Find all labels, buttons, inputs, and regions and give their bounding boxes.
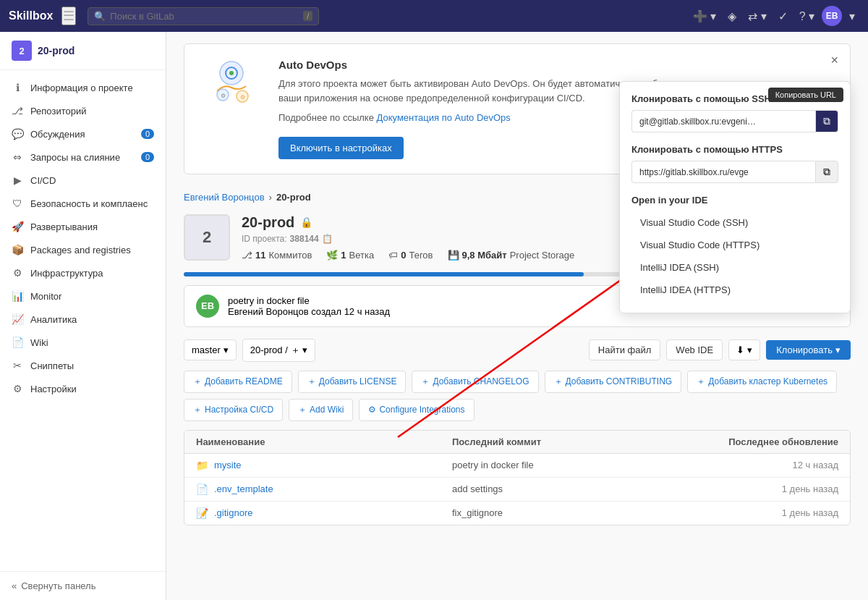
tags-stat: 🏷 0 Тегов — [388, 250, 433, 261]
sidebar-item-info-label: Информация о проекте — [30, 83, 133, 93]
sidebar-item-repo[interactable]: ⎇ Репозиторий — [0, 99, 166, 122]
web-ide-button[interactable]: Web IDE — [666, 339, 723, 360]
breadcrumb-user[interactable]: Евгений Воронцов — [184, 192, 265, 203]
https-url-input[interactable] — [631, 161, 815, 183]
download-button[interactable]: ⬇ ▾ — [728, 339, 760, 360]
search-kbd: / — [303, 11, 312, 21]
ide-option-intellij-https[interactable]: IntelliJ IDEA (HTTPS) — [631, 279, 838, 301]
sidebar-item-deploy[interactable]: 🚀 Развертывания — [0, 215, 166, 238]
file-date-gitignore: 1 день назад — [708, 507, 838, 518]
ide-section: Open in your IDE Visual Studio Code (SSH… — [631, 195, 838, 301]
copy-https-button[interactable]: ⧉ — [815, 161, 838, 183]
add-kubernetes-button[interactable]: ＋ Добавить кластер Kubernetes — [687, 371, 837, 393]
toolbar: master ▾ 20-prod / ＋ ▾ Найти файл Web ID… — [184, 339, 851, 362]
main-content: ⚙ ⚙ Auto DevOps Для этого проекта может … — [166, 32, 868, 600]
col-commit: Последний коммит — [452, 436, 708, 447]
sidebar-item-packages[interactable]: 📦 Packages and registries — [0, 238, 166, 261]
project-stats: ⎇ 11 Коммитов 🌿 1 Ветка 🏷 0 Тегов — [242, 250, 574, 261]
file-name-gitignore[interactable]: 📝 .gitignore — [196, 507, 452, 519]
configure-integrations-button[interactable]: ⚙ Configure Integrations — [359, 399, 474, 421]
sidebar-item-snippets[interactable]: ✂ Сниппеты — [0, 354, 166, 377]
branch-name: master — [192, 345, 221, 355]
file-name-text: .env_template — [214, 483, 273, 494]
sidebar-item-security[interactable]: 🛡 Безопасность и комплаенс — [0, 192, 166, 215]
add-readme-button[interactable]: ＋ Добавить README — [184, 371, 292, 393]
sidebar-item-infra[interactable]: ⚙ Инфраструктура — [0, 261, 166, 284]
search-input[interactable] — [110, 11, 299, 22]
sidebar-item-settings[interactable]: ⚙ Настройки — [0, 377, 166, 400]
sidebar-item-monitor-label: Monitor — [30, 291, 61, 302]
add-license-button[interactable]: ＋ Добавить LICENSE — [298, 371, 407, 393]
sidebar-item-merge-label: Запросы на слияние — [30, 152, 120, 163]
sidebar-item-analytics[interactable]: 📈 Аналитика — [0, 308, 166, 331]
folder-icon: 📁 — [196, 460, 208, 471]
add-wiki-button[interactable]: ＋ Add Wiki — [289, 399, 353, 421]
sidebar-item-info[interactable]: ℹ Информация о проекте — [0, 76, 166, 99]
commits-stat: ⎇ 11 Коммитов — [242, 250, 312, 261]
branch-chevron-icon: ▾ — [224, 345, 229, 355]
ide-option-vscode-https[interactable]: Visual Studio Code (HTTPS) — [631, 234, 838, 256]
copy-ssh-button[interactable]: ⧉ Копировать URL — [815, 110, 838, 132]
sidebar-item-settings-label: Настройки — [30, 384, 77, 394]
deploy-icon: 🚀 — [12, 221, 23, 232]
copy-icon: ⧉ — [823, 115, 830, 127]
file-name-text: mysite — [214, 460, 242, 470]
file-name-mysite[interactable]: 📁 mysite — [196, 460, 452, 471]
repo-icon: ⎇ — [12, 105, 23, 117]
devops-illustration: ⚙ ⚙ — [199, 59, 264, 109]
help-button[interactable]: ? ▾ — [795, 7, 819, 26]
branch-selector[interactable]: master ▾ — [184, 339, 237, 360]
sidebar-item-discussions[interactable]: 💬 Обсуждения 0 — [0, 122, 166, 145]
sidebar-item-discussions-label: Обсуждения — [30, 129, 85, 140]
tags-icon: 🏷 — [388, 250, 398, 261]
breadcrumb-project: 20-prod — [276, 192, 311, 203]
ide-option-intellij-ssh[interactable]: IntelliJ IDEA (SSH) — [631, 256, 838, 279]
col-name: Наименование — [196, 436, 452, 447]
ide-option-vscode-ssh[interactable]: Visual Studio Code (SSH) — [631, 211, 838, 234]
commits-icon: ⎇ — [242, 250, 252, 261]
ssh-url-input[interactable] — [631, 110, 815, 132]
banner-link[interactable]: Документация по Auto DevOps — [377, 112, 511, 123]
ssh-input-row: ⧉ Копировать URL — [631, 110, 838, 132]
commit-title[interactable]: poetry in docker file — [228, 295, 390, 306]
hamburger-menu[interactable]: ☰ — [61, 7, 76, 25]
add-contributing-icon: ＋ — [554, 376, 563, 388]
sidebar-item-wiki[interactable]: 📄 Wiki — [0, 331, 166, 354]
banner-close-button[interactable]: × — [830, 53, 838, 68]
cicd-icon: ▶ — [12, 174, 23, 186]
file-name-env[interactable]: 📄 .env_template — [196, 483, 452, 495]
todo-button[interactable]: ✓ — [774, 7, 792, 26]
sidebar-project-header[interactable]: 2 20-prod — [0, 32, 166, 70]
merge-requests-button[interactable]: ⇄ ▾ — [744, 7, 770, 26]
https-input-row: ⧉ — [631, 161, 838, 183]
sidebar-collapse[interactable]: « Свернуть панель — [0, 571, 166, 600]
add-contributing-button[interactable]: ＋ Добавить CONTRIBUTING — [545, 371, 682, 393]
file-date-env: 1 день назад — [708, 483, 838, 494]
avatar-dropdown[interactable]: ▾ — [845, 7, 859, 26]
avatar[interactable]: ЕВ — [822, 6, 842, 26]
copy-https-icon: ⧉ — [823, 166, 830, 177]
clone-chevron-icon: ▾ — [835, 345, 841, 355]
download-chevron-icon: ▾ — [747, 345, 752, 355]
find-file-button[interactable]: Найти файл — [589, 339, 660, 360]
sidebar-item-security-label: Безопасность и комплаенс — [30, 198, 148, 209]
packages-icon: 📦 — [12, 244, 23, 255]
enable-devops-button[interactable]: Включить в настройках — [278, 137, 404, 159]
issues-button[interactable]: ◈ — [723, 7, 741, 26]
search-box[interactable]: 🔍 / — [88, 7, 319, 25]
sidebar-item-monitor[interactable]: 📊 Monitor — [0, 284, 166, 308]
path-add-icon[interactable]: ＋ ▾ — [291, 344, 308, 357]
add-files-section: ＋ Добавить README ＋ Добавить LICENSE ＋ Д… — [184, 371, 851, 421]
copy-id-icon[interactable]: 📋 — [322, 234, 333, 244]
wiki-icon: 📄 — [12, 337, 23, 348]
sidebar-item-merge[interactable]: ⇔ Запросы на слияние 0 — [0, 145, 166, 169]
sidebar-item-cicd[interactable]: ▶ CI/CD — [0, 169, 166, 192]
project-info: 20-prod 🔒 ID проекта: 388144 📋 ⎇ 11 Комм… — [242, 214, 574, 261]
add-changelog-button[interactable]: ＋ Добавить CHANGELOG — [412, 371, 538, 393]
create-button[interactable]: ➕ ▾ — [689, 7, 720, 26]
logo: Skillbox — [9, 9, 53, 22]
clone-button[interactable]: Клонировать ▾ — [766, 340, 851, 360]
info-icon: ℹ — [12, 82, 23, 93]
setup-cicd-button[interactable]: ＋ Настройка CI/CD — [184, 399, 283, 421]
file-commit-env: add settings — [452, 483, 708, 494]
